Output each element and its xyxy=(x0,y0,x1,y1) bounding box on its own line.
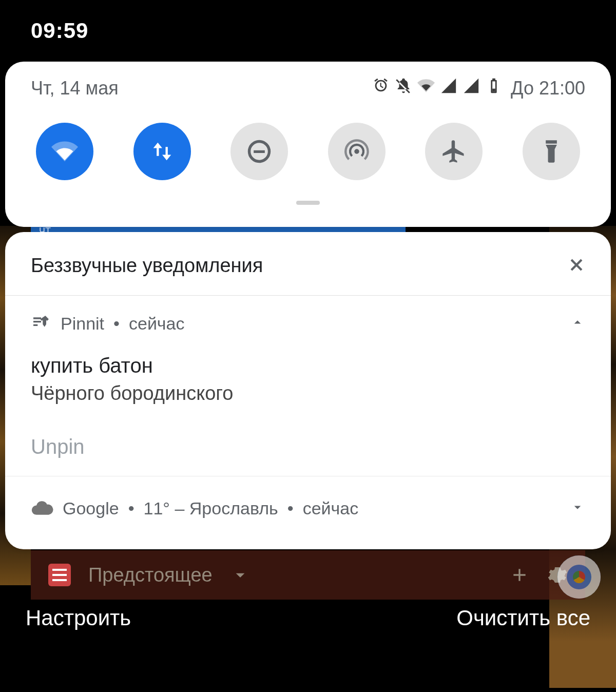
notification-app-line: Google • 11° – Ярославль • сейчас xyxy=(31,497,358,520)
pinnit-app-icon xyxy=(31,313,51,334)
qs-tile-dnd[interactable] xyxy=(230,123,288,180)
silent-section-title: Беззвучные уведомления xyxy=(31,255,263,277)
close-icon xyxy=(568,256,585,274)
qs-date[interactable]: Чт, 14 мая xyxy=(31,78,119,99)
qs-tile-airplane[interactable] xyxy=(425,123,483,180)
silent-section-header: Беззвучные уведомления xyxy=(5,232,611,296)
battery-until-text: До 21:00 xyxy=(511,78,585,99)
notification-time: сейчас xyxy=(129,314,185,334)
qs-status-icons: До 21:00 xyxy=(372,77,585,99)
expand-button[interactable] xyxy=(570,499,585,517)
shade-bottom-actions: Настроить Очистить все xyxy=(0,606,616,630)
configure-button[interactable]: Настроить xyxy=(26,606,131,630)
qs-tile-mobile-data[interactable] xyxy=(133,123,191,180)
cloud-icon xyxy=(31,497,53,520)
chrome-app-icon xyxy=(557,555,601,599)
qs-tiles-row xyxy=(31,123,585,180)
chevron-down-icon xyxy=(570,499,585,515)
quick-settings-header: Чт, 14 мая До 21:00 xyxy=(31,77,585,99)
underlying-app-title: Предстоящее xyxy=(88,564,213,586)
status-bar: 09:59 xyxy=(0,0,616,62)
mute-icon xyxy=(395,77,412,99)
qs-tile-hotspot[interactable] xyxy=(328,123,386,180)
wifi-icon xyxy=(51,138,78,165)
chevron-down-icon xyxy=(230,565,251,585)
notification-time: сейчас xyxy=(303,498,359,518)
signal-1-icon xyxy=(440,77,457,99)
notification-google-weather[interactable]: Google • 11° – Ярославль • сейчас xyxy=(5,476,611,540)
notification-panel[interactable]: Беззвучные уведомления Pinnit • сейчас к… xyxy=(5,232,611,549)
collapse-button[interactable] xyxy=(570,315,585,332)
alarm-icon xyxy=(372,77,390,99)
signal-2-icon xyxy=(463,77,480,99)
wifi-status-icon xyxy=(417,77,435,99)
chevron-up-icon xyxy=(570,315,585,330)
quick-settings-panel[interactable]: Чт, 14 мая До 21:00 xyxy=(5,62,611,227)
data-arrows-icon xyxy=(149,138,176,165)
clear-all-button[interactable]: Очистить все xyxy=(456,606,590,630)
notification-summary: 11° – Ярославль xyxy=(144,498,278,518)
underlying-menu-icon xyxy=(48,564,71,586)
notification-action-unpin[interactable]: Unpin xyxy=(31,435,585,458)
airplane-icon xyxy=(440,138,467,165)
svg-point-2 xyxy=(354,149,359,154)
plus-icon xyxy=(509,565,530,585)
notification-app-name: Pinnit xyxy=(61,314,104,334)
notification-app-name: Google xyxy=(63,498,119,518)
status-clock: 09:59 xyxy=(31,18,88,43)
notification-pinnit[interactable]: Pinnit • сейчас купить батон Чёрного бор… xyxy=(5,296,611,476)
flashlight-icon xyxy=(538,138,565,165)
svg-rect-1 xyxy=(254,150,265,153)
dnd-icon xyxy=(246,138,273,165)
notification-title: купить батон xyxy=(31,354,585,377)
qs-drag-handle[interactable] xyxy=(296,201,320,205)
qs-tile-wifi[interactable] xyxy=(36,123,93,180)
battery-icon xyxy=(485,77,503,99)
notification-body: Чёрного бородинского xyxy=(31,382,585,405)
qs-tile-flashlight[interactable] xyxy=(523,123,580,180)
underlying-app-bar: Предстоящее xyxy=(31,550,585,600)
notification-app-line: Pinnit • сейчас xyxy=(31,313,185,334)
silent-section-close-button[interactable] xyxy=(568,256,585,276)
hotspot-icon xyxy=(343,138,370,165)
